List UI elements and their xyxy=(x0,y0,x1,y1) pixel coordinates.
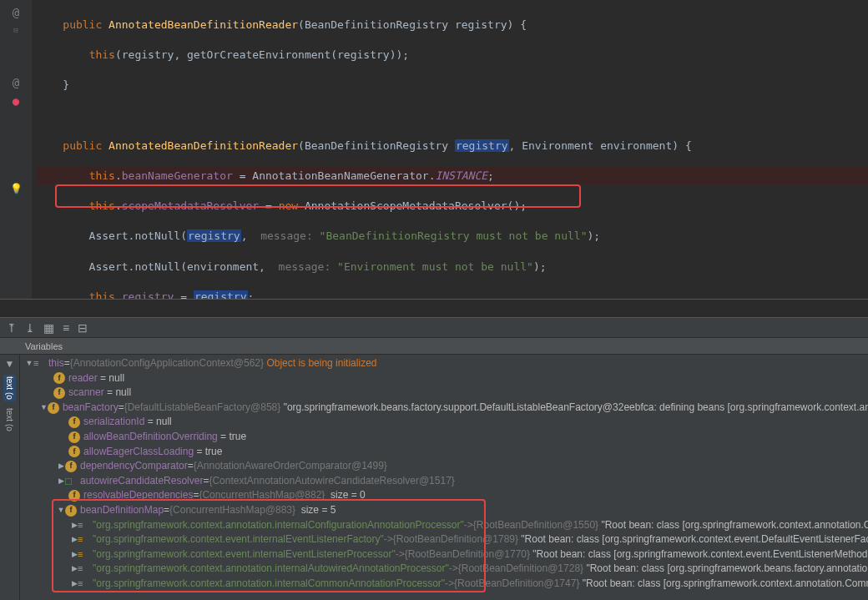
map-entry[interactable]: ▶ ≡ "org.springframework.context.event.i… xyxy=(20,532,868,547)
variables-tree[interactable]: ▼ ≡ this = {AnnotationConfigApplicationC… xyxy=(20,355,868,600)
field-icon: f xyxy=(53,372,65,384)
var-beanfactory[interactable]: ▼ f beanFactory = {DefaultListableBeanFa… xyxy=(20,401,868,416)
editor-content[interactable]: public AnnotatedBeanDefinitionReader(Bea… xyxy=(32,0,868,299)
var-reader[interactable]: f reader = null xyxy=(20,371,868,386)
table-view-icon[interactable]: ▦ xyxy=(43,321,54,335)
object-array-icon: ≡ xyxy=(33,356,45,371)
field-icon: f xyxy=(65,461,77,472)
map-entry[interactable]: ▶ ≡ "org.springframework.context.annotat… xyxy=(20,562,868,577)
stack-down-icon[interactable]: ⤓ xyxy=(25,321,35,335)
var-resolvabledeps[interactable]: f resolvableDependencies = {ConcurrentHa… xyxy=(20,488,868,503)
collapse-icon[interactable]: ⊟ xyxy=(78,321,88,335)
field-icon: f xyxy=(68,446,80,457)
var-serializationid[interactable]: f serializationId = null xyxy=(20,415,868,430)
var-alloweager[interactable]: f allowEagerClassLoading = true xyxy=(20,445,868,460)
stack-up-icon[interactable]: ⤒ xyxy=(7,321,17,335)
caret-down-icon[interactable]: ▼ xyxy=(40,401,48,416)
caret-right-icon[interactable]: ▶ xyxy=(72,532,78,547)
filter-icon[interactable]: ▼ xyxy=(5,358,15,370)
side-tab-active[interactable]: text (o xyxy=(3,375,16,401)
debug-toolbar: ⤒ ⤓ ▦ ≡ ⊟ xyxy=(0,318,868,338)
intention-bulb-icon[interactable]: 💡 xyxy=(10,183,23,194)
caret-right-icon[interactable]: ▶ xyxy=(57,474,65,489)
entry-icon: ≡ xyxy=(78,562,89,577)
var-depcomparator[interactable]: ▶ f dependencyComparator = {AnnotationAw… xyxy=(20,459,868,474)
map-entry[interactable]: ▶ ≡ "org.springframework.context.annotat… xyxy=(20,577,868,592)
object-icon: □ xyxy=(65,474,77,489)
field-icon: f xyxy=(65,505,77,517)
variables-panel-title: Variables xyxy=(0,338,868,355)
entry-icon: ≡ xyxy=(78,547,89,562)
field-icon: f xyxy=(53,387,65,399)
list-view-icon[interactable]: ≡ xyxy=(63,321,69,335)
var-scanner[interactable]: f scanner = null xyxy=(20,386,868,401)
caret-right-icon[interactable]: ▶ xyxy=(72,547,78,562)
editor-gutter: @ ⊟ @ ● 💡 xyxy=(0,0,32,299)
entry-icon: ≡ xyxy=(78,518,89,533)
caret-right-icon[interactable]: ▶ xyxy=(72,562,78,577)
override-icon: @ xyxy=(13,76,19,89)
breakpoint-icon[interactable]: ● xyxy=(13,94,19,108)
code-editor[interactable]: @ ⊟ @ ● 💡 public AnnotatedBeanDefinition… xyxy=(0,0,868,300)
caret-down-icon[interactable]: ▼ xyxy=(25,356,33,371)
field-icon: f xyxy=(48,402,59,414)
side-tabs: ▼ text (o text (o xyxy=(0,355,20,600)
caret-right-icon[interactable]: ▶ xyxy=(72,577,78,592)
entry-icon: ≡ xyxy=(78,532,89,547)
caret-right-icon[interactable]: ▶ xyxy=(72,518,78,533)
field-icon: f xyxy=(68,416,80,428)
var-beandefmap[interactable]: ▼ f beanDefinitionMap = {ConcurrentHashM… xyxy=(20,503,868,518)
caret-right-icon[interactable]: ▶ xyxy=(57,459,65,474)
map-entry[interactable]: ▶ ≡ "org.springframework.context.annotat… xyxy=(20,518,868,533)
caret-down-icon[interactable]: ▼ xyxy=(57,503,65,518)
override-icon: @ xyxy=(13,6,19,19)
var-allowoverriding[interactable]: f allowBeanDefinitionOverriding = true xyxy=(20,430,868,445)
map-entry[interactable]: ▶ ≡ "org.springframework.context.event.i… xyxy=(20,547,868,562)
fold-icon[interactable]: ⊟ xyxy=(0,21,32,38)
field-icon: f xyxy=(68,490,80,502)
side-tab-inactive[interactable]: text (o xyxy=(3,406,16,433)
field-icon: f xyxy=(68,431,80,443)
entry-icon: ≡ xyxy=(78,577,89,592)
var-this[interactable]: ▼ ≡ this = {AnnotationConfigApplicationC… xyxy=(20,356,868,371)
debug-tool-window: ⤒ ⤓ ▦ ≡ ⊟ Variables ▼ text (o text (o ▼ … xyxy=(0,300,868,600)
var-autowireresolver[interactable]: ▶ □ autowireCandidateResolver = {Context… xyxy=(20,474,868,489)
